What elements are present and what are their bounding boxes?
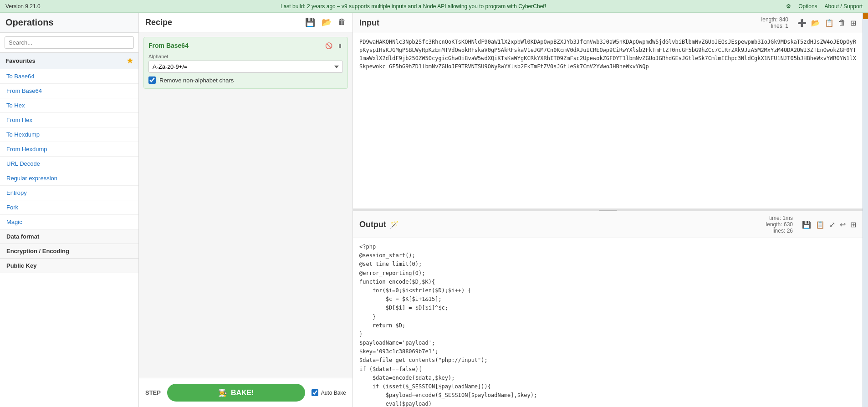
- edge-top-indicator: [863, 13, 868, 19]
- input-icons: ➕ 📂 📋 🗑 ⊞: [797, 19, 856, 27]
- clear-recipe-icon[interactable]: 🗑: [338, 17, 346, 27]
- bake-button[interactable]: 👨‍🍳 BAKE!: [167, 384, 305, 402]
- search-input[interactable]: [5, 36, 134, 49]
- top-links: ⚙ Options About / Support: [786, 3, 863, 10]
- remove-nonalpha-label: Remove non-alphabet chars: [159, 77, 234, 84]
- sidebar-item-to-base64[interactable]: To Base64: [0, 69, 138, 84]
- favourites-header: Favourites ★: [0, 53, 138, 69]
- io-panel: Input length: 840 lines: 1 ➕ 📂 📋 🗑 ⊞ P: [353, 13, 863, 407]
- autobake-label: Auto Bake: [321, 390, 346, 396]
- input-header: Input length: 840 lines: 1 ➕ 📂 📋 🗑 ⊞: [353, 13, 863, 33]
- sidebar-item-entropy[interactable]: Entropy: [0, 186, 138, 200]
- wand-icon[interactable]: 🪄: [390, 220, 399, 229]
- input-length: length: 840: [761, 16, 788, 23]
- input-paste-icon[interactable]: 📋: [825, 19, 834, 27]
- output-lines: lines: 26: [766, 228, 793, 234]
- output-header-right: time: 1ms length: 630 lines: 26 💾 📋 ⤢ ↩ …: [766, 215, 856, 234]
- alphabet-label: Alphabet: [148, 54, 343, 59]
- topbar: Version 9.21.0 Last build: 2 years ago –…: [0, 0, 868, 13]
- input-title: Input: [359, 18, 379, 28]
- chef-icon: 👨‍🍳: [218, 388, 227, 397]
- input-open-icon[interactable]: 📂: [811, 19, 820, 27]
- output-copy-icon[interactable]: 📋: [816, 220, 825, 229]
- input-lines: lines: 1: [761, 23, 788, 29]
- recipe-card-title: From Base64: [148, 42, 189, 49]
- input-clear-icon[interactable]: 🗑: [838, 19, 846, 27]
- recipe-footer: STEP 👨‍🍳 BAKE! Auto Bake: [139, 378, 352, 407]
- alphabet-select[interactable]: A-Za-z0-9+/= A-Za-z0-9-_ Custom: [148, 61, 343, 73]
- category-public-key[interactable]: Public Key: [0, 259, 138, 273]
- divider-handle: [599, 210, 617, 211]
- output-title-area: Output 🪄: [359, 220, 399, 229]
- recipe-card-header: From Base64 🚫 ⏸: [148, 42, 343, 49]
- sidebar-header: Operations: [0, 13, 138, 33]
- input-expand-icon[interactable]: ⊞: [850, 19, 856, 27]
- main-layout: Operations Favourites ★ To Base64 From B…: [0, 13, 868, 407]
- input-section: Input length: 840 lines: 1 ➕ 📂 📋 🗑 ⊞ P: [353, 13, 863, 209]
- recipe-icons: 💾 📂 🗑: [305, 17, 346, 27]
- sidebar-list: Favourites ★ To Base64 From Base64 To He…: [0, 53, 138, 407]
- options-icon: ⚙: [786, 3, 791, 10]
- output-meta: time: 1ms length: 630 lines: 26: [766, 215, 793, 234]
- input-add-icon[interactable]: ➕: [797, 19, 807, 27]
- sidebar-item-from-base64[interactable]: From Base64: [0, 84, 138, 98]
- star-icon: ★: [127, 56, 133, 65]
- autobake-checkbox[interactable]: [311, 389, 318, 396]
- output-text-area: <?php @session_start(); @set_time_limit(…: [353, 238, 863, 407]
- autobake-option: Auto Bake: [311, 389, 346, 396]
- sidebar-item-regex[interactable]: Regular expression: [0, 171, 138, 186]
- recipe-header: Recipe 💾 📂 🗑: [139, 13, 352, 32]
- input-text-area[interactable]: PD9waHAKQHNlc3Npb25fc3RhcnQoKTsKQHNldF90…: [353, 33, 863, 209]
- input-meta: length: 840 lines: 1: [761, 16, 788, 29]
- output-view-icon[interactable]: ⊞: [850, 220, 856, 229]
- sidebar-item-to-hexdump[interactable]: To Hexdump: [0, 127, 138, 142]
- recipe-panel: Recipe 💾 📂 🗑 From Base64 🚫 ⏸ Alphabet: [139, 13, 353, 407]
- save-recipe-icon[interactable]: 💾: [305, 17, 315, 27]
- right-edge-panel: [863, 13, 868, 407]
- recipe-card-icons: 🚫 ⏸: [325, 42, 343, 49]
- sidebar-item-fork[interactable]: Fork: [0, 200, 138, 215]
- output-section: Output 🪄 time: 1ms length: 630 lines: 26…: [353, 211, 863, 407]
- remove-nonalpha-input[interactable]: [148, 76, 156, 84]
- recipe-content: From Base64 🚫 ⏸ Alphabet A-Za-z0-9+/= A-…: [139, 32, 352, 378]
- disable-recipe-icon[interactable]: 🚫: [325, 42, 332, 49]
- favourites-label: Favourites: [5, 57, 36, 64]
- output-icons: 💾 📋 ⤢ ↩ ⊞: [802, 220, 856, 229]
- load-recipe-icon[interactable]: 📂: [322, 17, 332, 27]
- version-label: Version 9.21.0: [5, 3, 41, 10]
- about-support-link[interactable]: About / Support: [825, 3, 863, 10]
- recipe-card-from-base64: From Base64 🚫 ⏸ Alphabet A-Za-z0-9+/= A-…: [143, 37, 348, 89]
- pause-recipe-icon[interactable]: ⏸: [337, 42, 343, 49]
- category-encryption-encoding[interactable]: Encryption / Encoding: [0, 244, 138, 259]
- recipe-title: Recipe: [145, 18, 172, 27]
- remove-nonalpha-checkbox: Remove non-alphabet chars: [148, 76, 343, 84]
- sidebar: Operations Favourites ★ To Base64 From B…: [0, 13, 139, 407]
- build-message: Last build: 2 years ago – v9 supports mu…: [41, 3, 786, 10]
- alphabet-field: Alphabet A-Za-z0-9+/= A-Za-z0-9-_ Custom: [148, 54, 343, 73]
- output-undo-icon[interactable]: ↩: [840, 220, 846, 229]
- output-expand-icon[interactable]: ⤢: [829, 220, 835, 229]
- output-title: Output: [359, 220, 386, 229]
- output-save-icon[interactable]: 💾: [802, 220, 811, 229]
- category-data-format: Data format: [0, 229, 138, 244]
- options-link[interactable]: Options: [798, 3, 817, 10]
- step-label: STEP: [145, 389, 161, 396]
- search-box: [0, 33, 138, 53]
- output-length: length: 630: [766, 221, 793, 228]
- sidebar-item-url-decode[interactable]: URL Decode: [0, 157, 138, 171]
- output-time: time: 1ms: [766, 215, 793, 221]
- sidebar-item-from-hexdump[interactable]: From Hexdump: [0, 142, 138, 157]
- sidebar-item-from-hex[interactable]: From Hex: [0, 113, 138, 127]
- sidebar-item-magic[interactable]: Magic: [0, 215, 138, 229]
- input-header-right: length: 840 lines: 1 ➕ 📂 📋 🗑 ⊞: [761, 16, 856, 29]
- bake-label: BAKE!: [231, 389, 254, 397]
- sidebar-item-to-hex[interactable]: To Hex: [0, 98, 138, 113]
- output-header: Output 🪄 time: 1ms length: 630 lines: 26…: [353, 211, 863, 238]
